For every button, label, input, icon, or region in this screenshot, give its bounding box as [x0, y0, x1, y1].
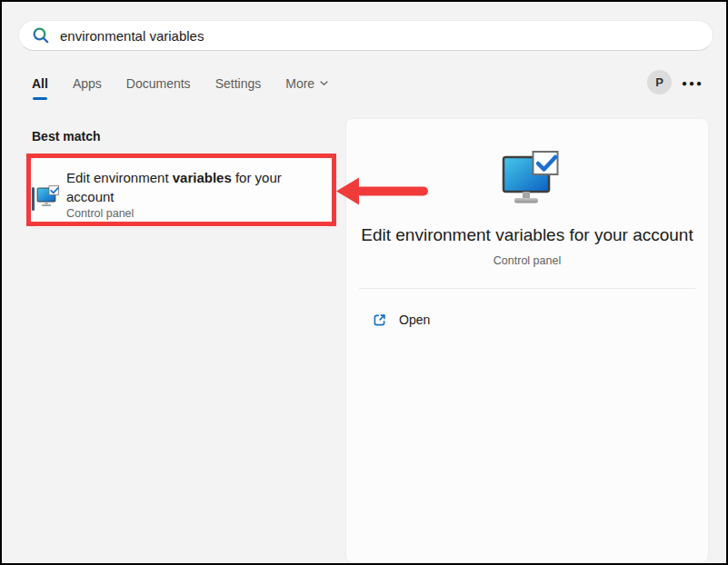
preview-subtitle: Control panel	[346, 254, 708, 267]
tab-all[interactable]: All	[32, 74, 48, 100]
more-options-icon[interactable]: ●●●	[681, 75, 704, 90]
preview-title: Edit environment variables for your acco…	[346, 225, 708, 245]
windows-search-flyout: All Apps Documents Settings More P ●●● B…	[0, 0, 728, 565]
tab-apps[interactable]: Apps	[73, 74, 102, 100]
tab-more[interactable]: More	[285, 74, 328, 100]
divider	[359, 288, 695, 289]
environment-variables-icon	[36, 184, 60, 209]
open-external-icon	[372, 312, 387, 328]
best-match-title: Edit environment variables for your acco…	[66, 168, 332, 206]
best-match-subtitle: Control panel	[66, 207, 134, 220]
tab-documents[interactable]: Documents	[126, 74, 191, 100]
open-action[interactable]: Open	[372, 307, 472, 332]
best-match-section-label: Best match	[32, 129, 100, 144]
open-action-label: Open	[399, 312, 430, 327]
search-input[interactable]	[60, 28, 703, 44]
chevron-down-icon	[320, 81, 328, 86]
tab-settings[interactable]: Settings	[215, 74, 262, 100]
search-filter-tabs: All Apps Documents Settings More	[32, 74, 328, 100]
active-tab-underline	[33, 97, 47, 100]
preview-panel: Edit environment variables for your acco…	[345, 118, 709, 563]
environment-variables-icon-large	[501, 149, 561, 209]
search-bar[interactable]	[18, 20, 713, 51]
search-icon	[32, 26, 50, 45]
selection-indicator	[32, 187, 35, 211]
user-avatar[interactable]: P	[647, 70, 672, 94]
